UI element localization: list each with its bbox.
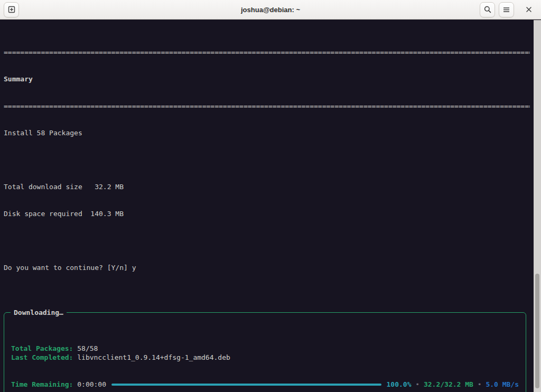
download-info-value: 58/58 — [73, 344, 98, 352]
scrollbar-track[interactable] — [534, 20, 541, 392]
download-info-label: Last Completed: — [11, 353, 73, 361]
new-tab-button[interactable] — [4, 2, 19, 17]
progress-label: Time Remaining: — [11, 380, 73, 389]
continue-prompt-line: Do you want to continue? [Y/n] y — [4, 263, 530, 272]
summary-heading: Summary — [4, 74, 530, 83]
terminal-output[interactable]: ========================================… — [0, 20, 541, 392]
hamburger-menu-icon — [502, 6, 510, 14]
download-progress-row: Time Remaining: 0:00:00 100.0% • 32.2/32… — [11, 380, 519, 389]
scrollbar-thumb[interactable] — [535, 274, 539, 388]
bullet: • — [415, 380, 419, 389]
download-info-row: Last Completed: libvncclient1_0.9.14+dfs… — [11, 353, 519, 362]
new-tab-icon — [7, 5, 16, 14]
close-button[interactable] — [522, 3, 536, 16]
download-speed: 5.0 MB/s — [486, 380, 519, 389]
downloading-panel-title: Downloading… — [11, 308, 67, 317]
separator-line: ========================================… — [4, 48, 530, 57]
download-amount: 32.2/32.2 MB — [424, 380, 473, 389]
time-remaining-value: 0:00:00 — [77, 380, 106, 389]
header-bar: joshua@debian: ~ — [0, 0, 541, 20]
window-title: joshua@debian: ~ — [0, 6, 541, 14]
download-info-row: Total Packages: 58/58 — [11, 344, 519, 353]
separator-line: ========================================… — [4, 101, 530, 110]
progress-value — [73, 380, 77, 389]
terminal-window: joshua@debian: ~ — [0, 0, 541, 392]
search-button[interactable] — [480, 2, 495, 17]
bullet: • — [478, 380, 482, 389]
download-percent: 100.0% — [387, 380, 412, 389]
bullet — [411, 380, 415, 389]
install-count-line: Install 58 Packages — [4, 128, 530, 137]
download-info-label: Total Packages: — [11, 344, 73, 352]
close-icon — [526, 5, 532, 14]
download-info-value: libvncclient1_0.9.14+dfsg-1_amd64.deb — [73, 353, 230, 361]
menu-button[interactable] — [499, 2, 514, 17]
disk-space-line: Disk space required 140.3 MB — [4, 209, 530, 218]
search-icon — [483, 5, 492, 14]
downloading-panel: Downloading… Total Packages: 58/58Last C… — [4, 312, 526, 392]
download-size-line: Total download size 32.2 MB — [4, 182, 530, 191]
download-progress-bar — [111, 384, 381, 386]
